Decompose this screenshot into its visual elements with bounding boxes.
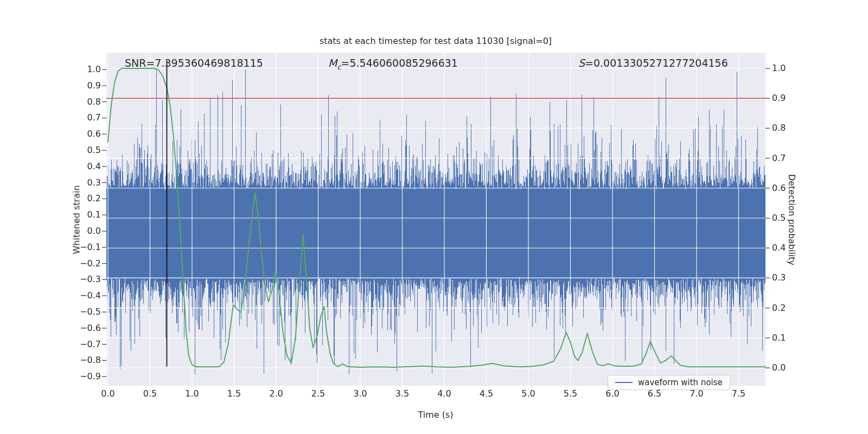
x-tick: 0.0 [101,389,114,399]
annotation-snr: SNR=7.395360469818115 [125,57,263,69]
legend-label: waveform with noise [638,378,723,387]
y-tick-right: 0.9 [772,93,786,103]
x-tick: 1.5 [227,389,241,399]
y-tick-left: −0.9 [0,372,101,381]
chirp-mass-symbol: M [328,57,337,69]
chirp-mass-subscript: c [337,63,341,71]
y-tick-left: −0.3 [0,275,101,284]
chart-title: stats at each timestep for test data 110… [320,36,552,46]
x-tick: 2.0 [269,389,283,399]
y-tick-left: 0.9 [0,81,101,91]
y-tick-left: −0.5 [0,307,101,317]
y-tick-right: 0.3 [772,273,786,283]
x-tick: 7.0 [690,389,703,399]
y-tick-left: −0.4 [0,291,101,301]
y-tick-left: 0.4 [0,162,101,171]
x-tick: 3.5 [395,389,409,399]
x-tick: 0.5 [143,389,157,399]
y-tick-right: 0.7 [772,154,786,163]
x-axis-label: Time (s) [418,410,453,420]
y-tick-right: 1.0 [772,63,786,73]
x-tick: 5.5 [564,389,577,399]
y-tick-right: 0.5 [772,213,786,223]
y-tick-left: 0.5 [0,145,101,155]
s-stat-symbol: S [578,57,585,69]
y-tick-left: 0.6 [0,129,101,139]
y-tick-left: 0.3 [0,178,101,188]
y-tick-left: 0.8 [0,97,101,107]
legend-line-sample [615,382,633,383]
x-tick: 3.0 [353,389,367,399]
y-tick-left: 0.0 [0,226,101,236]
x-tick: 5.0 [521,389,535,399]
y-tick-right: 0.1 [772,333,786,343]
y-axis-label-right: Detection probability [787,174,797,265]
x-tick: 4.0 [437,389,451,399]
y-tick-left: −0.6 [0,323,101,333]
annotation-s-stat: S=0.0013305271277204156 [578,57,728,69]
x-tick: 6.0 [605,389,619,399]
y-tick-right: 0.8 [772,123,786,133]
y-tick-right: 0.4 [772,243,786,253]
y-tick-right: 0.2 [772,303,786,313]
s-stat-value: =0.0013305271277204156 [585,57,728,69]
x-tick: 4.5 [480,389,493,399]
y-tick-left: 0.2 [0,194,101,203]
y-tick-left: 0.7 [0,113,101,123]
legend: waveform with noise [608,375,730,390]
chirp-mass-value: =5.546060085296631 [341,57,458,69]
y-tick-left: −0.2 [0,259,101,269]
annotation-chirp-mass: Mc=5.546060085296631 [328,57,458,71]
y-tick-left: 1.0 [0,65,101,74]
y-tick-right: 0.6 [772,183,786,193]
y-tick-left: −0.7 [0,340,101,349]
y-tick-left: 0.1 [0,210,101,220]
figure: stats at each timestep for test data 110… [0,0,868,434]
x-tick: 6.5 [648,389,661,399]
y-tick-left: −0.8 [0,355,101,365]
x-tick: 1.0 [185,389,199,399]
x-tick: 7.5 [732,389,745,399]
y-tick-left: −0.1 [0,242,101,252]
y-tick-right: 0.0 [772,363,786,373]
x-tick: 2.5 [311,389,325,399]
